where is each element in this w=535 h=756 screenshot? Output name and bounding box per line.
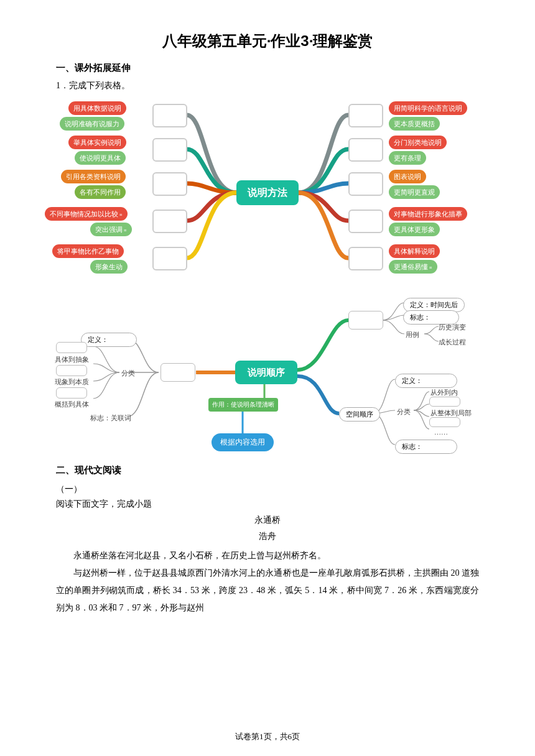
mm2-r1-use: 用例	[406, 330, 419, 339]
mm1-r0-top: 用简明科学的语言说明	[389, 101, 467, 115]
mm2-r2-c2b	[429, 417, 460, 427]
mm2-r2-c1b	[429, 397, 460, 407]
mm1-r1-bot: 更有条理	[389, 151, 426, 165]
mm2-left-item2-box	[56, 387, 87, 399]
mm2-left-item1: 现象到本质	[55, 377, 89, 387]
reading-lead: 阅读下面文字，完成小题	[56, 499, 479, 510]
mm1-r0-box	[348, 104, 383, 127]
mm1-l2-bot: 各有不同作用	[75, 185, 126, 199]
mm2-left-item0-box	[56, 342, 87, 353]
mm1-l0-top: 用具体数据说明	[68, 101, 126, 115]
mm1-r4-box	[348, 247, 383, 270]
mm1-l3-top: 不同事物情况加以比较≡	[45, 207, 128, 221]
mm1-l2-top: 引用各类资料说明	[61, 170, 126, 183]
mm2-r1-u1: 历史演变	[439, 323, 466, 332]
mm1-r0-bot: 更本质更概括	[389, 117, 440, 131]
article-author: 浩舟	[56, 531, 479, 542]
page-footer: 试卷第1页，共6页	[0, 731, 535, 742]
mm1-l1-top: 举具体实例说明	[68, 136, 126, 149]
mm2-r2-def: 定义：	[395, 374, 457, 388]
mm2-r2-c1: 从外到内	[430, 388, 458, 397]
mm1-l0-box	[152, 104, 187, 127]
mm1-r2-bot: 更简明更直观	[389, 185, 440, 199]
mm1-r2-top: 图表说明	[389, 170, 426, 183]
mm1-l1-box	[152, 138, 187, 162]
mm2-blue: 根据内容选用	[212, 433, 274, 451]
mm1-r2-box	[348, 172, 383, 196]
mm2-center: 说明顺序	[235, 361, 297, 384]
mm1-r4-bot: 更通俗易懂≡	[389, 260, 437, 274]
mm2-left-def: 定义：	[81, 333, 137, 347]
mm1-r3-box	[348, 210, 383, 233]
mm1-l2-box	[152, 172, 187, 196]
mm1-r1-box	[348, 138, 383, 162]
mm2-r2-node: 空间顺序	[339, 407, 380, 422]
paragraph-2: 与赵州桥一样，位于赵县县城原西门外清水河上的永通桥也是一座单孔敞肩弧形石拱桥，主…	[56, 565, 479, 617]
mm2-left-item0: 具体到抽象	[55, 355, 89, 364]
mm2-left-item2: 概括到具体	[55, 400, 89, 409]
mm1-center: 说明方法	[236, 180, 299, 205]
mindmap-methods: 说明方法 用具体数据说明 说明准确有说服力 举具体实例说明 使说明更具体 引用各…	[56, 96, 479, 289]
mm2-left-box	[160, 363, 195, 382]
mm1-l1-bot: 使说明更具体	[75, 151, 126, 165]
mm2-left-mark: 标志：关联词	[90, 413, 131, 423]
question-1: 1．完成下列表格。	[56, 80, 479, 91]
mm1-r4-top: 具体解释说明	[389, 244, 440, 258]
paragraph-1: 永通桥坐落在河北赵县，又名小石桥，在历史上曾与赵州桥齐名。	[56, 547, 479, 565]
mm1-r1-top: 分门别类地说明	[389, 136, 447, 149]
mm1-l3-box	[152, 210, 187, 233]
mm2-r2-mark: 标志：	[395, 440, 457, 454]
mm1-r3-bot: 更具体更形象	[389, 223, 440, 236]
article-title: 永通桥	[56, 515, 479, 526]
mm1-l3-bot: 突出强调≡	[90, 223, 132, 236]
mindmap-order: 说明顺序 定义： 分类 具体到抽象 现象到本质 概括到具体 标志：关联词 作用：…	[56, 295, 479, 457]
mm2-r2-c3: ……	[434, 428, 448, 436]
section-1-heading: 一、课外拓展延伸	[56, 62, 479, 74]
mm1-l4-box	[152, 247, 187, 270]
section-2-heading: 二、现代文阅读	[56, 464, 479, 476]
mm2-r2-c2: 从整体到局部	[430, 408, 472, 418]
mm2-left-item1-box	[56, 365, 87, 376]
mm2-r1-u2: 成长过程	[439, 338, 466, 347]
mm1-l0-bot: 说明准确有说服力	[60, 117, 124, 131]
mm1-r3-top: 对事物进行形象化描摹	[389, 207, 467, 221]
mm2-r1-box	[348, 311, 383, 330]
subsection-1: （一）	[56, 484, 479, 495]
mm2-r2-cat: 分类	[397, 407, 411, 417]
mm2-action: 作用：使说明条理清晰	[208, 398, 278, 412]
mm2-left-cat: 分类	[121, 369, 135, 378]
mm1-l4-top: 将甲事物比作乙事物	[52, 244, 124, 258]
page-title: 八年级第五单元·作业3·理解鉴赏	[56, 31, 479, 51]
mm1-l4-bot: 形象生动	[90, 260, 128, 274]
